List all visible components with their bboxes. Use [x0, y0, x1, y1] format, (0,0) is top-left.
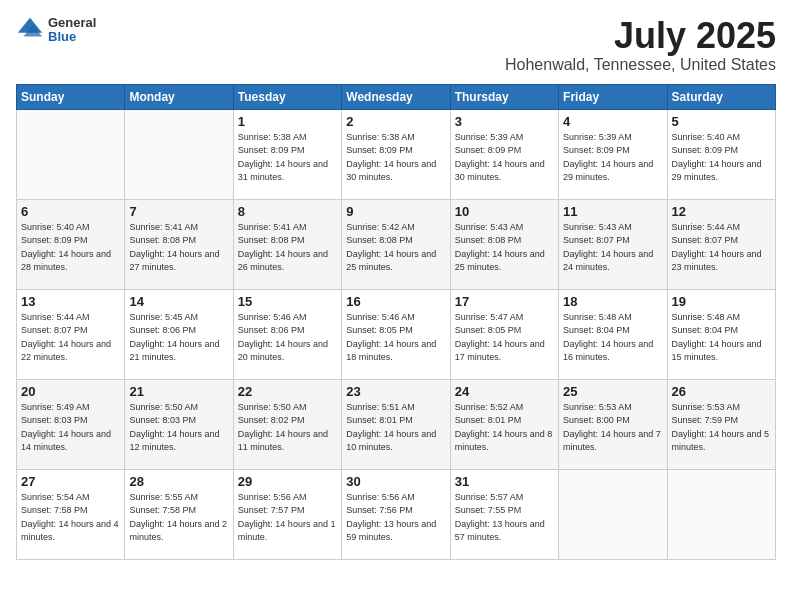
- day-number: 11: [563, 204, 662, 219]
- logo-text: General Blue: [48, 16, 96, 45]
- day-number: 25: [563, 384, 662, 399]
- calendar-cell-w2-d2: 7Sunrise: 5:41 AMSunset: 8:08 PMDaylight…: [125, 199, 233, 289]
- day-number: 6: [21, 204, 120, 219]
- calendar-header: SundayMondayTuesdayWednesdayThursdayFrid…: [17, 84, 776, 109]
- day-info: Sunrise: 5:38 AMSunset: 8:09 PMDaylight:…: [346, 131, 445, 185]
- day-info: Sunrise: 5:55 AMSunset: 7:58 PMDaylight:…: [129, 491, 228, 545]
- header-tuesday: Tuesday: [233, 84, 341, 109]
- calendar-cell-w4-d3: 22Sunrise: 5:50 AMSunset: 8:02 PMDayligh…: [233, 379, 341, 469]
- week-row-1: 1Sunrise: 5:38 AMSunset: 8:09 PMDaylight…: [17, 109, 776, 199]
- day-number: 3: [455, 114, 554, 129]
- day-info: Sunrise: 5:45 AMSunset: 8:06 PMDaylight:…: [129, 311, 228, 365]
- logo: General Blue: [16, 16, 96, 45]
- day-info: Sunrise: 5:54 AMSunset: 7:58 PMDaylight:…: [21, 491, 120, 545]
- header-thursday: Thursday: [450, 84, 558, 109]
- month-title: July 2025: [505, 16, 776, 56]
- day-info: Sunrise: 5:41 AMSunset: 8:08 PMDaylight:…: [238, 221, 337, 275]
- calendar-cell-w1-d2: [125, 109, 233, 199]
- day-number: 28: [129, 474, 228, 489]
- calendar-cell-w4-d5: 24Sunrise: 5:52 AMSunset: 8:01 PMDayligh…: [450, 379, 558, 469]
- day-info: Sunrise: 5:52 AMSunset: 8:01 PMDaylight:…: [455, 401, 554, 455]
- day-info: Sunrise: 5:43 AMSunset: 8:07 PMDaylight:…: [563, 221, 662, 275]
- week-row-5: 27Sunrise: 5:54 AMSunset: 7:58 PMDayligh…: [17, 469, 776, 559]
- day-number: 4: [563, 114, 662, 129]
- day-info: Sunrise: 5:53 AMSunset: 8:00 PMDaylight:…: [563, 401, 662, 455]
- day-number: 18: [563, 294, 662, 309]
- header-friday: Friday: [559, 84, 667, 109]
- day-number: 22: [238, 384, 337, 399]
- day-info: Sunrise: 5:56 AMSunset: 7:57 PMDaylight:…: [238, 491, 337, 545]
- day-number: 26: [672, 384, 771, 399]
- day-info: Sunrise: 5:44 AMSunset: 8:07 PMDaylight:…: [672, 221, 771, 275]
- day-number: 30: [346, 474, 445, 489]
- day-info: Sunrise: 5:48 AMSunset: 8:04 PMDaylight:…: [672, 311, 771, 365]
- day-number: 5: [672, 114, 771, 129]
- day-info: Sunrise: 5:39 AMSunset: 8:09 PMDaylight:…: [563, 131, 662, 185]
- day-number: 19: [672, 294, 771, 309]
- day-info: Sunrise: 5:49 AMSunset: 8:03 PMDaylight:…: [21, 401, 120, 455]
- calendar-cell-w2-d1: 6Sunrise: 5:40 AMSunset: 8:09 PMDaylight…: [17, 199, 125, 289]
- day-info: Sunrise: 5:40 AMSunset: 8:09 PMDaylight:…: [672, 131, 771, 185]
- day-info: Sunrise: 5:38 AMSunset: 8:09 PMDaylight:…: [238, 131, 337, 185]
- header-saturday: Saturday: [667, 84, 775, 109]
- day-info: Sunrise: 5:40 AMSunset: 8:09 PMDaylight:…: [21, 221, 120, 275]
- calendar-cell-w3-d6: 18Sunrise: 5:48 AMSunset: 8:04 PMDayligh…: [559, 289, 667, 379]
- calendar-cell-w4-d7: 26Sunrise: 5:53 AMSunset: 7:59 PMDayligh…: [667, 379, 775, 469]
- calendar-table: SundayMondayTuesdayWednesdayThursdayFrid…: [16, 84, 776, 560]
- calendar-cell-w3-d2: 14Sunrise: 5:45 AMSunset: 8:06 PMDayligh…: [125, 289, 233, 379]
- calendar-cell-w1-d1: [17, 109, 125, 199]
- calendar-cell-w1-d5: 3Sunrise: 5:39 AMSunset: 8:09 PMDaylight…: [450, 109, 558, 199]
- day-number: 31: [455, 474, 554, 489]
- day-info: Sunrise: 5:50 AMSunset: 8:03 PMDaylight:…: [129, 401, 228, 455]
- day-info: Sunrise: 5:39 AMSunset: 8:09 PMDaylight:…: [455, 131, 554, 185]
- calendar-cell-w4-d1: 20Sunrise: 5:49 AMSunset: 8:03 PMDayligh…: [17, 379, 125, 469]
- day-info: Sunrise: 5:42 AMSunset: 8:08 PMDaylight:…: [346, 221, 445, 275]
- logo-blue-text: Blue: [48, 30, 96, 44]
- calendar-cell-w4-d4: 23Sunrise: 5:51 AMSunset: 8:01 PMDayligh…: [342, 379, 450, 469]
- calendar-cell-w4-d6: 25Sunrise: 5:53 AMSunset: 8:00 PMDayligh…: [559, 379, 667, 469]
- day-info: Sunrise: 5:46 AMSunset: 8:05 PMDaylight:…: [346, 311, 445, 365]
- calendar-cell-w3-d1: 13Sunrise: 5:44 AMSunset: 8:07 PMDayligh…: [17, 289, 125, 379]
- calendar-cell-w1-d7: 5Sunrise: 5:40 AMSunset: 8:09 PMDaylight…: [667, 109, 775, 199]
- day-number: 10: [455, 204, 554, 219]
- calendar-cell-w2-d7: 12Sunrise: 5:44 AMSunset: 8:07 PMDayligh…: [667, 199, 775, 289]
- calendar-cell-w3-d7: 19Sunrise: 5:48 AMSunset: 8:04 PMDayligh…: [667, 289, 775, 379]
- location-title: Hohenwald, Tennessee, United States: [505, 56, 776, 74]
- day-number: 20: [21, 384, 120, 399]
- header-row: SundayMondayTuesdayWednesdayThursdayFrid…: [17, 84, 776, 109]
- day-info: Sunrise: 5:51 AMSunset: 8:01 PMDaylight:…: [346, 401, 445, 455]
- day-number: 27: [21, 474, 120, 489]
- calendar-body: 1Sunrise: 5:38 AMSunset: 8:09 PMDaylight…: [17, 109, 776, 559]
- week-row-2: 6Sunrise: 5:40 AMSunset: 8:09 PMDaylight…: [17, 199, 776, 289]
- day-info: Sunrise: 5:47 AMSunset: 8:05 PMDaylight:…: [455, 311, 554, 365]
- calendar-cell-w1-d4: 2Sunrise: 5:38 AMSunset: 8:09 PMDaylight…: [342, 109, 450, 199]
- day-info: Sunrise: 5:46 AMSunset: 8:06 PMDaylight:…: [238, 311, 337, 365]
- calendar-cell-w5-d5: 31Sunrise: 5:57 AMSunset: 7:55 PMDayligh…: [450, 469, 558, 559]
- logo-general-text: General: [48, 16, 96, 30]
- calendar-cell-w5-d2: 28Sunrise: 5:55 AMSunset: 7:58 PMDayligh…: [125, 469, 233, 559]
- calendar-cell-w1-d6: 4Sunrise: 5:39 AMSunset: 8:09 PMDaylight…: [559, 109, 667, 199]
- logo-icon: [16, 16, 44, 44]
- day-number: 9: [346, 204, 445, 219]
- day-number: 1: [238, 114, 337, 129]
- calendar-cell-w2-d4: 9Sunrise: 5:42 AMSunset: 8:08 PMDaylight…: [342, 199, 450, 289]
- day-number: 12: [672, 204, 771, 219]
- day-number: 16: [346, 294, 445, 309]
- calendar-cell-w5-d7: [667, 469, 775, 559]
- day-info: Sunrise: 5:41 AMSunset: 8:08 PMDaylight:…: [129, 221, 228, 275]
- day-number: 13: [21, 294, 120, 309]
- day-info: Sunrise: 5:53 AMSunset: 7:59 PMDaylight:…: [672, 401, 771, 455]
- day-info: Sunrise: 5:44 AMSunset: 8:07 PMDaylight:…: [21, 311, 120, 365]
- calendar-cell-w5-d6: [559, 469, 667, 559]
- day-info: Sunrise: 5:43 AMSunset: 8:08 PMDaylight:…: [455, 221, 554, 275]
- header-sunday: Sunday: [17, 84, 125, 109]
- day-info: Sunrise: 5:50 AMSunset: 8:02 PMDaylight:…: [238, 401, 337, 455]
- day-number: 21: [129, 384, 228, 399]
- day-number: 2: [346, 114, 445, 129]
- calendar-cell-w3-d3: 15Sunrise: 5:46 AMSunset: 8:06 PMDayligh…: [233, 289, 341, 379]
- header-monday: Monday: [125, 84, 233, 109]
- day-number: 8: [238, 204, 337, 219]
- title-area: July 2025 Hohenwald, Tennessee, United S…: [505, 16, 776, 74]
- calendar-cell-w5-d1: 27Sunrise: 5:54 AMSunset: 7:58 PMDayligh…: [17, 469, 125, 559]
- day-number: 24: [455, 384, 554, 399]
